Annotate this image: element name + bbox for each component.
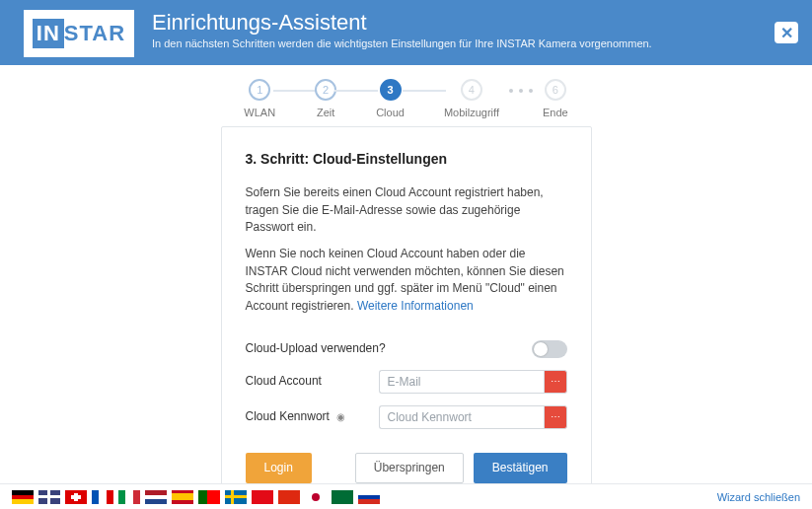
eye-icon[interactable]: ◉ xyxy=(336,411,345,422)
flag-jp[interactable] xyxy=(305,490,327,504)
toggle-label: Cloud-Upload verwenden? xyxy=(246,340,394,357)
flag-pt[interactable] xyxy=(198,490,220,504)
step-number: 2 xyxy=(315,79,336,101)
card-para-2: Wenn Sie noch keinen Cloud Account haben… xyxy=(246,246,567,315)
flag-ar[interactable] xyxy=(332,490,353,504)
step-connector xyxy=(403,90,446,92)
cloud-password-input[interactable] xyxy=(379,405,544,429)
step-label: Cloud xyxy=(376,107,405,118)
flag-en[interactable] xyxy=(38,490,60,504)
flag-ch[interactable] xyxy=(65,490,87,504)
step-ellipsis xyxy=(509,89,533,93)
card-heading: 3. Schritt: Cloud-Einstellungen xyxy=(246,149,567,169)
wizard-stepper: 1 WLAN 2 Zeit 3 Cloud 4 Mobilzugriff 6 E… xyxy=(130,79,683,118)
header-bar: INSTAR Einrichtungs-Assistent In den näc… xyxy=(0,0,812,65)
flag-se[interactable] xyxy=(225,490,247,504)
flag-it[interactable] xyxy=(118,490,140,504)
close-button[interactable]: ✕ xyxy=(775,22,798,43)
skip-button[interactable]: Überspringen xyxy=(355,453,464,483)
step-zeit[interactable]: 2 Zeit xyxy=(315,79,336,118)
step-label: Zeit xyxy=(317,107,334,118)
page-title: Einrichtungs-Assistent xyxy=(152,10,652,36)
step-cloud[interactable]: 3 Cloud xyxy=(376,79,405,118)
flag-es[interactable] xyxy=(172,490,193,504)
step-connector xyxy=(273,90,317,92)
flag-nl[interactable] xyxy=(145,490,167,504)
step-number: 1 xyxy=(249,79,270,101)
flag-ru[interactable] xyxy=(358,490,380,504)
flag-fr[interactable] xyxy=(92,490,113,504)
step-label: WLAN xyxy=(244,107,275,118)
step-number: 4 xyxy=(461,79,482,101)
step-number: 3 xyxy=(380,79,402,101)
brand-logo: INSTAR xyxy=(24,10,134,57)
footer-bar: Wizard schließen xyxy=(0,483,812,509)
step-wlan[interactable]: 1 WLAN xyxy=(244,79,275,118)
close-icon: ✕ xyxy=(780,24,793,42)
wizard-close-link[interactable]: Wizard schließen xyxy=(717,491,800,503)
password-label: Cloud Kennwort ◉ xyxy=(246,408,371,425)
virtual-keyboard-button[interactable]: ⋯ xyxy=(544,405,567,429)
keyboard-icon: ⋯ xyxy=(551,375,560,390)
step-label: Mobilzugriff xyxy=(444,107,499,118)
step-end[interactable]: 6 Ende xyxy=(543,79,568,118)
virtual-keyboard-button[interactable]: ⋯ xyxy=(544,370,567,394)
card-para-1: Sofern Sie bereits einen Cloud Account r… xyxy=(246,184,567,236)
account-label: Cloud Account xyxy=(246,373,371,390)
flag-de[interactable] xyxy=(12,490,34,504)
cloud-account-input[interactable] xyxy=(379,370,544,394)
step-mobile[interactable]: 4 Mobilzugriff xyxy=(444,79,499,118)
step-number: 6 xyxy=(545,79,566,101)
step-label: Ende xyxy=(543,107,568,118)
more-info-link[interactable]: Weitere Informationen xyxy=(357,299,474,313)
logo-prefix: IN xyxy=(33,19,64,48)
login-button[interactable]: Login xyxy=(246,453,312,483)
flag-tr[interactable] xyxy=(252,490,273,504)
wizard-card: 3. Schritt: Cloud-Einstellungen Sofern S… xyxy=(221,126,592,504)
page-subtitle: In den nächsten Schritten werden die wic… xyxy=(152,37,652,49)
keyboard-icon: ⋯ xyxy=(551,410,560,425)
step-connector xyxy=(334,90,378,92)
language-flags xyxy=(12,490,380,504)
flag-zh[interactable] xyxy=(278,490,300,504)
confirm-button[interactable]: Bestätigen xyxy=(474,453,567,483)
cloud-upload-toggle[interactable] xyxy=(532,340,567,358)
logo-suffix: STAR xyxy=(64,21,125,46)
